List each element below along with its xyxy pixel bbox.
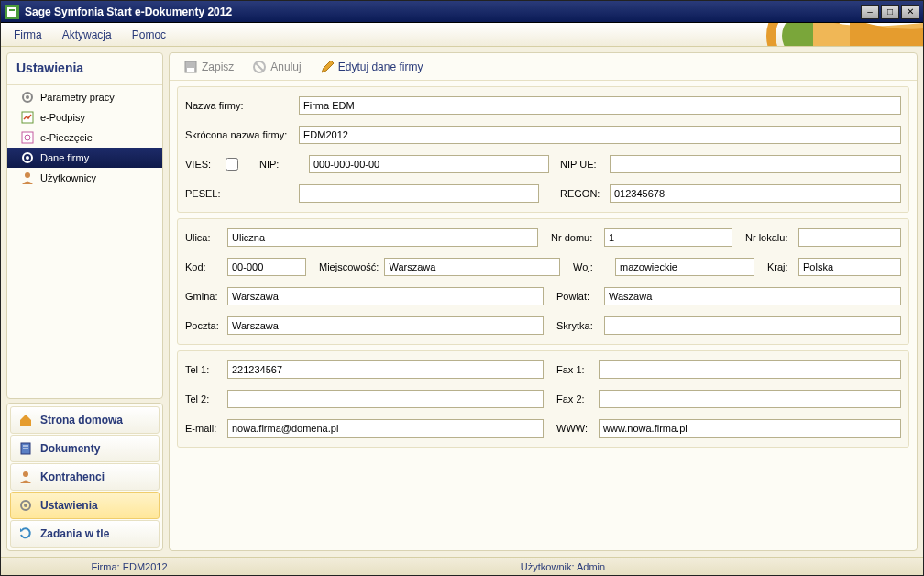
menu-firma[interactable]: Firma [10, 27, 46, 43]
window-title: Sage Symfonia Start e-Dokumenty 2012 [25, 6, 861, 18]
label-www: WWW: [556, 423, 593, 434]
fax2-input[interactable] [599, 390, 901, 408]
statusbar: Firma: EDM2012 Użytkownik: Admin [1, 557, 923, 575]
minimize-button[interactable]: – [861, 5, 879, 19]
save-button[interactable]: Zapisz [177, 57, 240, 77]
tel2-input[interactable] [227, 390, 544, 408]
nazwa-firmy-input[interactable] [299, 96, 901, 115]
nav-home[interactable]: Strona domowa [10, 406, 160, 434]
label-tel1: Tel 1: [185, 364, 222, 375]
nr-domu-input[interactable] [604, 228, 732, 247]
cancel-icon [252, 60, 267, 74]
group-identity: Nazwa firmy: Skrócona nazwa firmy: VIES:… [177, 86, 909, 213]
sidebar-item-label: Parametry pracy [40, 92, 115, 103]
home-icon [18, 413, 33, 427]
vies-checkbox[interactable] [226, 158, 238, 171]
settings-tree: Parametry pracy e-Podpisy e-Pieczęcie Da… [7, 85, 162, 398]
label-tel2: Tel 2: [185, 393, 222, 404]
nav-label: Strona domowa [40, 414, 123, 426]
label-nr-domu: Nr domu: [551, 232, 599, 243]
pencil-icon [320, 60, 335, 74]
gmina-input[interactable] [227, 287, 544, 305]
powiat-input[interactable] [604, 287, 901, 305]
save-icon [183, 60, 198, 74]
user-icon [20, 171, 35, 185]
sidebar: Ustawienia Parametry pracy e-Podpisy e-P… [6, 52, 163, 551]
label-nip: NIP: [259, 159, 303, 170]
menu-aktywacja[interactable]: Aktywacja [59, 27, 116, 43]
gear-icon [18, 498, 33, 513]
label-nip-ue: NIP UE: [560, 159, 604, 170]
label-regon: REGON: [560, 188, 604, 199]
nav-zadania[interactable]: Zadania w tle [10, 520, 160, 548]
label-kod: Kod: [185, 261, 222, 272]
tel1-input[interactable] [227, 360, 544, 379]
poczta-input[interactable] [227, 316, 544, 335]
nr-lokalu-input[interactable] [798, 228, 901, 247]
email-input[interactable] [227, 419, 544, 438]
woj-input[interactable] [615, 258, 754, 276]
menubar-decoration [593, 23, 923, 47]
skrocona-nazwa-input[interactable] [299, 126, 901, 144]
maximize-button[interactable]: □ [881, 5, 899, 19]
sidebar-item-uzytkownicy[interactable]: Użytkownicy [7, 168, 162, 188]
sidebar-header: Ustawienia [7, 53, 162, 85]
sidebar-item-label: Użytkownicy [40, 172, 96, 183]
sidebar-item-dane-firmy[interactable]: Dane firmy [7, 148, 162, 168]
label-skrytka: Skrytka: [556, 320, 599, 331]
refresh-icon [18, 526, 33, 541]
label-fax2: Fax 2: [556, 393, 593, 404]
svg-rect-1 [7, 7, 16, 17]
sidebar-item-label: e-Pieczęcie [40, 132, 93, 143]
menubar: Firma Aktywacja Pomoc [1, 23, 923, 47]
cancel-label: Anuluj [270, 61, 301, 73]
toolbar: Zapisz Anuluj Edytuj dane firmy [170, 53, 917, 81]
www-input[interactable] [599, 419, 901, 438]
label-vies: VIES: [185, 159, 216, 170]
group-address: Ulica: Nr domu: Nr lokalu: Kod: Miejscow… [177, 218, 909, 345]
nip-ue-input[interactable] [610, 155, 901, 173]
sidebar-item-parametry-pracy[interactable]: Parametry pracy [7, 87, 162, 107]
label-nr-lokalu: Nr lokalu: [745, 232, 793, 243]
miejscowosc-input[interactable] [384, 258, 560, 276]
close-button[interactable]: ✕ [901, 5, 919, 19]
label-pesel: PESEL: [185, 188, 293, 199]
window-controls: – □ ✕ [861, 5, 919, 19]
nip-input[interactable] [309, 155, 549, 173]
svg-line-22 [256, 63, 263, 71]
kraj-input[interactable] [798, 258, 901, 276]
pesel-input[interactable] [299, 184, 539, 203]
nav-label: Kontrahenci [40, 471, 104, 483]
nav-section: Strona domowa Dokumenty Kontrahenci Usta… [6, 403, 163, 551]
content-panel: Zapisz Anuluj Edytuj dane firmy Nazwa fi… [169, 52, 918, 551]
sidebar-item-e-podpisy[interactable]: e-Podpisy [7, 107, 162, 127]
document-icon [18, 441, 33, 456]
edit-button[interactable]: Edytuj dane firmy [314, 57, 430, 77]
user-icon [18, 470, 33, 484]
svg-point-18 [24, 504, 28, 507]
skrytka-input[interactable] [604, 316, 901, 335]
fax1-input[interactable] [599, 360, 901, 379]
group-contact: Tel 1: Fax 1: Tel 2: Fax 2: E-mail: [177, 350, 909, 448]
settings-tree-panel: Ustawienia Parametry pracy e-Podpisy e-P… [6, 52, 163, 399]
menu-pomoc[interactable]: Pomoc [128, 27, 170, 43]
kod-input[interactable] [227, 258, 306, 276]
label-kraj: Kraj: [767, 261, 793, 272]
label-poczta: Poczta: [185, 320, 222, 331]
ulica-input[interactable] [227, 228, 538, 247]
nav-kontrahenci[interactable]: Kontrahenci [10, 463, 160, 491]
regon-input[interactable] [610, 184, 901, 203]
sidebar-item-e-pieczecie[interactable]: e-Pieczęcie [7, 127, 162, 148]
svg-rect-20 [187, 68, 194, 72]
nav-label: Ustawienia [40, 499, 98, 512]
svg-point-11 [26, 156, 29, 160]
svg-point-12 [25, 172, 30, 178]
nav-documents[interactable]: Dokumenty [10, 435, 160, 462]
app-window: Sage Symfonia Start e-Dokumenty 2012 – □… [0, 0, 924, 576]
stamp-icon [20, 130, 35, 145]
nav-ustawienia[interactable]: Ustawienia [10, 492, 160, 519]
label-nazwa-firmy: Nazwa firmy: [185, 100, 293, 111]
nav-label: Zadania w tle [40, 527, 109, 540]
company-gear-icon [20, 150, 35, 165]
cancel-button[interactable]: Anuluj [246, 57, 307, 77]
